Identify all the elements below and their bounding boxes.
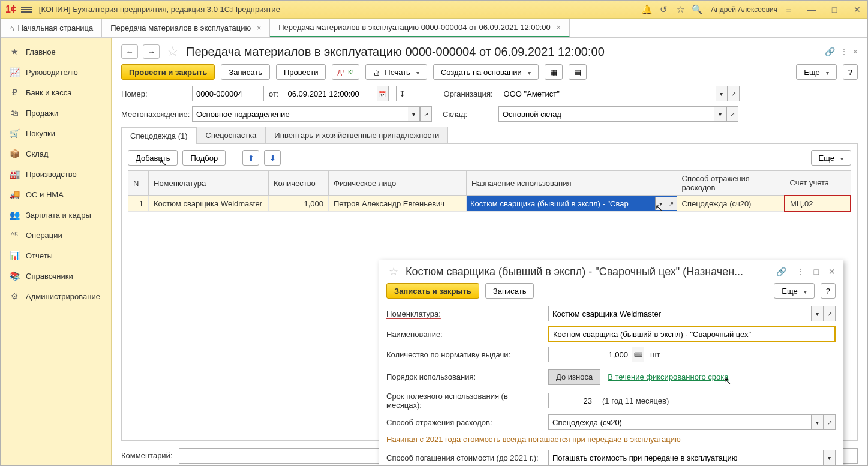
col-person[interactable]: Физическое лицо — [329, 171, 467, 196]
open-icon[interactable]: ↗ — [726, 106, 738, 122]
dropdown-icon[interactable]: ▾ — [812, 306, 824, 321]
col-nomenclature[interactable]: Номенклатура — [149, 171, 269, 196]
tab-home[interactable]: Начальная страница — [1, 19, 102, 37]
dialog-help-button[interactable]: ? — [821, 283, 836, 299]
dropdown-icon[interactable]: ▾ — [655, 197, 666, 210]
move-up-button[interactable]: ⬆ — [242, 150, 259, 166]
cell-qty[interactable]: 1,000 — [269, 196, 329, 212]
maximize-icon[interactable]: □ — [814, 267, 819, 276]
open-icon[interactable]: ↗ — [420, 106, 432, 122]
usage-until-wear-button[interactable]: До износа — [548, 369, 600, 385]
sidebar-item-sales[interactable]: 🛍Продажи — [1, 103, 111, 123]
status-icon[interactable]: ↧ — [396, 86, 409, 101]
dialog-save-close-button[interactable]: Записать и закрыть — [386, 283, 479, 299]
sidebar-item-bank[interactable]: ₽Банк и касса — [1, 82, 111, 103]
close-icon[interactable]: × — [557, 23, 561, 32]
dropdown-icon[interactable]: ▾ — [714, 106, 726, 122]
search-icon[interactable]: 🔍 — [692, 4, 702, 15]
nav-back-button[interactable]: ← — [121, 44, 138, 59]
expense-method-input[interactable] — [548, 414, 812, 430]
sidebar-item-warehouse[interactable]: 📦Склад — [1, 143, 111, 164]
repay-method-input[interactable] — [548, 450, 824, 465]
settings-bars-icon[interactable]: ≡ — [783, 4, 794, 15]
window-close[interactable]: ✕ — [852, 5, 863, 14]
col-qty[interactable]: Количество — [269, 171, 329, 196]
link-icon[interactable]: 🔗 — [776, 267, 786, 276]
struct-button[interactable]: ▦ — [545, 64, 563, 80]
kebab-icon[interactable]: ⋮ — [796, 267, 804, 276]
useful-life-input[interactable] — [548, 393, 596, 408]
dt-kt-button[interactable]: ДᵀКᵀ — [332, 64, 359, 80]
nomenclature-input[interactable] — [548, 306, 812, 321]
open-icon[interactable]: ↗ — [666, 197, 677, 210]
tab-workwear[interactable]: Спецодежда (1) — [121, 127, 197, 144]
col-account[interactable]: Счет учета — [785, 171, 851, 196]
close-icon[interactable]: × — [257, 24, 261, 32]
tab-inventory[interactable]: Инвентарь и хозяйственные принадлежности — [265, 127, 448, 143]
calc-icon[interactable]: ⌨ — [632, 347, 644, 362]
table-more-button[interactable]: Еще — [811, 150, 851, 166]
cell-nomenclature[interactable]: Костюм сварщика Weldmaster — [149, 196, 269, 212]
sidebar-item-purchases[interactable]: 🛒Покупки — [1, 123, 111, 143]
move-down-button[interactable]: ⬇ — [264, 150, 281, 166]
kebab-icon[interactable]: ⋮ — [840, 47, 848, 56]
hamburger-icon[interactable] — [21, 5, 32, 14]
dropdown-icon[interactable]: ▾ — [408, 106, 420, 122]
usage-fixed-term-link[interactable]: В течение фиксированного срока — [600, 369, 735, 385]
sidebar-item-reports[interactable]: 📊Отчеты — [1, 245, 111, 266]
tab-list[interactable]: Передача материалов в эксплуатацию× — [102, 19, 270, 37]
col-expense[interactable]: Способ отражения расходов — [677, 171, 785, 196]
sidebar-item-catalogs[interactable]: 📚Справочники — [1, 266, 111, 286]
warehouse-input[interactable] — [498, 106, 714, 122]
sidebar-item-manager[interactable]: 📈Руководителю — [1, 62, 111, 82]
write-button[interactable]: Записать — [221, 64, 270, 80]
more-button[interactable]: Еще — [796, 64, 836, 80]
sidebar-item-assets[interactable]: 🚚ОС и НМА — [1, 184, 111, 205]
nav-forward-button[interactable]: → — [143, 44, 160, 59]
dialog-more-button[interactable]: Еще — [774, 283, 814, 299]
name-input[interactable] — [548, 326, 836, 342]
print-button[interactable]: 🖨 Печать — [365, 64, 427, 80]
number-input[interactable] — [192, 86, 264, 101]
close-icon[interactable]: × — [853, 47, 858, 56]
col-purpose[interactable]: Назначение использования — [467, 171, 677, 196]
bell-icon[interactable]: 🔔 — [641, 4, 652, 15]
pick-button[interactable]: Подбор — [182, 150, 226, 166]
post-button[interactable]: Провести — [276, 64, 326, 80]
history-icon[interactable]: ↺ — [658, 4, 669, 15]
sidebar-item-admin[interactable]: ⚙Администрирование — [1, 286, 111, 306]
list-button[interactable]: ▤ — [569, 64, 587, 80]
link-icon[interactable]: 🔗 — [825, 47, 835, 56]
sidebar-item-operations[interactable]: ᴬᴷОперации — [1, 225, 111, 245]
dropdown-icon[interactable]: ▾ — [824, 450, 836, 465]
post-and-close-button[interactable]: Провести и закрыть — [121, 64, 215, 80]
open-icon[interactable]: ↗ — [728, 86, 740, 101]
dropdown-icon[interactable]: ▾ — [716, 86, 728, 101]
help-button[interactable]: ? — [843, 64, 858, 80]
window-minimize[interactable]: — — [806, 5, 817, 14]
cell-person[interactable]: Петров Александр Евгеньевич — [329, 196, 467, 212]
sidebar-item-production[interactable]: 🏭Производство — [1, 164, 111, 184]
col-n[interactable]: N — [128, 171, 149, 196]
cell-expense[interactable]: Спецодежда (сч20) — [677, 196, 785, 212]
location-input[interactable] — [192, 106, 408, 122]
tab-document[interactable]: Передача материалов в эксплуатацию 0000-… — [270, 19, 570, 37]
star-icon[interactable]: ☆ — [675, 4, 686, 15]
sidebar-item-hr[interactable]: 👥Зарплата и кадры — [1, 205, 111, 225]
table-row[interactable]: 1 Костюм сварщика Weldmaster 1,000 Петро… — [128, 196, 851, 212]
cell-n[interactable]: 1 — [128, 196, 149, 212]
tab-tooling[interactable]: Спецоснастка — [197, 127, 266, 143]
create-based-button[interactable]: Создать на основании — [433, 64, 539, 80]
org-input[interactable] — [500, 86, 716, 101]
open-icon[interactable]: ↗ — [824, 414, 836, 430]
calendar-icon[interactable]: 📅 — [377, 86, 389, 101]
qty-norm-input[interactable] — [548, 347, 632, 362]
cell-purpose[interactable]: ▾ ↗ — [467, 196, 677, 212]
date-input[interactable] — [284, 86, 377, 101]
favorite-star-icon[interactable]: ☆ — [167, 44, 179, 59]
cell-account[interactable]: МЦ.02 — [785, 196, 851, 212]
add-row-button[interactable]: Добавить — [128, 150, 178, 166]
close-icon[interactable]: ✕ — [828, 267, 836, 276]
favorite-star-icon[interactable]: ☆ — [389, 265, 398, 278]
user-name[interactable]: Андрей Алексеевич — [711, 5, 777, 14]
